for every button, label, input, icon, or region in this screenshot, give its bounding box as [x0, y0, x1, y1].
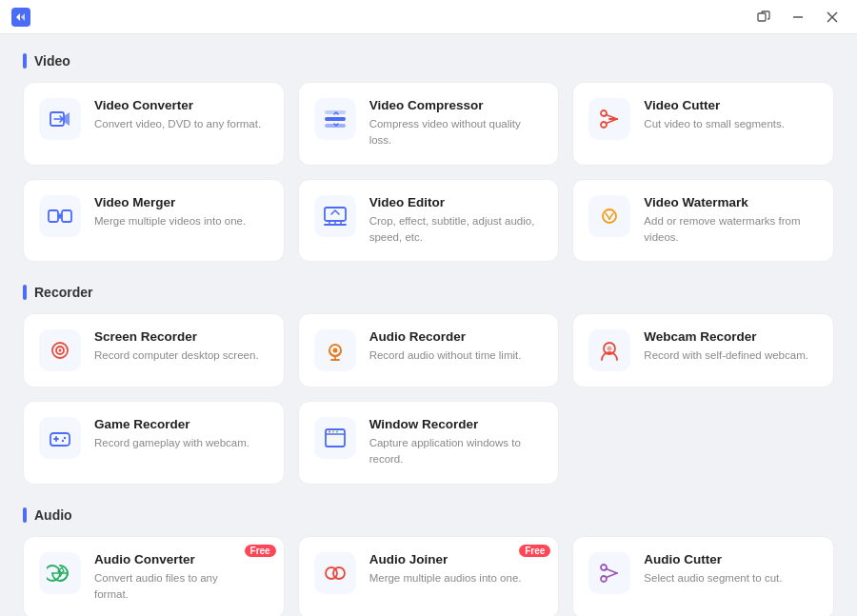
card-info-audio-joiner: Audio JoinerMerge multiple audios into o…: [369, 552, 530, 586]
svg-line-37: [607, 568, 618, 573]
video-editor-icon: [314, 195, 356, 237]
card-desc-audio-joiner: Merge multiple audios into one.: [369, 570, 530, 586]
cards-grid-video: Video ConverterConvert video, DVD to any…: [23, 82, 834, 262]
title-bar-left: [11, 8, 38, 27]
card-title-audio-recorder: Audio Recorder: [369, 329, 544, 344]
card-desc-webcam-recorder: Record with self-defined webcam.: [644, 348, 818, 364]
svg-point-18: [608, 218, 610, 220]
svg-rect-15: [62, 210, 71, 222]
card-info-screen-recorder: Screen RecorderRecord computer desktop s…: [94, 329, 269, 364]
free-badge-audio-joiner: Free: [519, 545, 550, 557]
card-video-merger[interactable]: Video MergerMerge multiple videos into o…: [23, 179, 285, 263]
audio-converter-icon: [39, 552, 81, 594]
free-badge-audio-converter: Free: [245, 545, 276, 557]
card-info-video-watermark: Video WatermarkAdd or remove watermarks …: [644, 195, 818, 247]
card-info-video-converter: Video ConverterConvert video, DVD to any…: [94, 98, 269, 132]
title-bar: [0, 0, 857, 34]
main-content: Video Video ConverterConvert video, DVD …: [0, 34, 857, 616]
app-logo-icon: [11, 8, 30, 27]
svg-rect-7: [325, 117, 346, 121]
cards-grid-audio: Audio ConverterConvert audio files to an…: [23, 536, 834, 617]
video-merger-icon: [39, 195, 81, 237]
svg-rect-26: [50, 433, 70, 446]
window-recorder-icon: [314, 417, 356, 459]
svg-point-30: [329, 431, 330, 433]
svg-point-23: [332, 348, 337, 353]
card-video-editor[interactable]: Video EditorCrop, effect, subtitle, adju…: [298, 179, 560, 263]
card-window-recorder[interactable]: Window RecorderCapture application windo…: [298, 401, 560, 485]
svg-line-38: [607, 573, 618, 578]
card-title-webcam-recorder: Webcam Recorder: [644, 329, 818, 344]
svg-point-28: [62, 440, 64, 442]
close-button[interactable]: [819, 4, 846, 30]
card-title-audio-cutter: Audio Cutter: [644, 552, 818, 566]
card-video-watermark[interactable]: Video WatermarkAdd or remove watermarks …: [572, 179, 834, 263]
card-desc-video-compressor: Compress video without quality loss.: [369, 116, 544, 149]
card-title-video-watermark: Video Watermark: [644, 195, 818, 209]
svg-point-27: [64, 437, 66, 439]
svg-rect-29: [326, 429, 345, 447]
screen-recorder-icon: [39, 329, 81, 371]
svg-rect-1: [758, 13, 766, 21]
card-title-video-converter: Video Converter: [94, 98, 269, 112]
svg-point-32: [336, 431, 338, 433]
card-audio-cutter[interactable]: Audio CutterSelect audio segment to cut.: [572, 536, 834, 617]
game-recorder-icon: [39, 417, 81, 459]
card-info-video-cutter: Video CutterCut video to small segments.: [644, 98, 818, 132]
card-video-cutter[interactable]: Video CutterCut video to small segments.: [572, 82, 834, 166]
minimize-button[interactable]: [785, 4, 811, 30]
card-info-audio-converter: Audio ConverterConvert audio files to an…: [94, 552, 255, 604]
card-video-compressor[interactable]: Video CompressorCompress video without q…: [298, 82, 560, 166]
card-audio-recorder[interactable]: Audio RecorderRecord audio without time …: [298, 313, 560, 387]
section-title-recorder: Recorder: [23, 285, 834, 300]
card-title-audio-joiner: Audio Joiner: [369, 552, 530, 566]
audio-cutter-icon: [588, 552, 630, 594]
card-audio-joiner[interactable]: Audio JoinerMerge multiple audios into o…: [298, 536, 560, 617]
card-desc-video-merger: Merge multiple videos into one.: [94, 213, 269, 229]
card-title-video-compressor: Video Compressor: [369, 98, 544, 112]
svg-point-17: [603, 209, 616, 223]
card-info-window-recorder: Window RecorderCapture application windo…: [369, 417, 544, 468]
section-title-audio: Audio: [23, 507, 834, 523]
card-audio-converter[interactable]: Audio ConverterConvert audio files to an…: [23, 536, 285, 617]
svg-rect-14: [49, 210, 58, 222]
card-desc-video-converter: Convert video, DVD to any format.: [94, 116, 269, 132]
card-info-video-merger: Video MergerMerge multiple videos into o…: [94, 195, 269, 229]
svg-point-21: [59, 349, 62, 352]
webcam-recorder-icon: [588, 329, 630, 371]
card-title-video-cutter: Video Cutter: [644, 98, 818, 112]
card-info-game-recorder: Game RecorderRecord gameplay with webcam…: [94, 417, 269, 451]
card-info-audio-recorder: Audio RecorderRecord audio without time …: [369, 329, 544, 364]
title-bar-controls: [750, 4, 846, 30]
audio-joiner-icon: [314, 552, 356, 594]
card-desc-audio-cutter: Select audio segment to cut.: [644, 570, 818, 586]
card-title-video-editor: Video Editor: [369, 195, 544, 209]
card-webcam-recorder[interactable]: Webcam RecorderRecord with self-defined …: [572, 313, 834, 387]
card-desc-video-editor: Crop, effect, subtitle, adjust audio, sp…: [369, 213, 544, 247]
card-title-audio-converter: Audio Converter: [94, 552, 255, 566]
card-title-screen-recorder: Screen Recorder: [94, 329, 269, 344]
card-video-converter[interactable]: Video ConverterConvert video, DVD to any…: [23, 82, 285, 166]
restore-button[interactable]: [750, 4, 777, 30]
card-desc-video-watermark: Add or remove watermarks from videos.: [644, 213, 818, 247]
card-desc-audio-converter: Convert audio files to any format.: [94, 570, 255, 604]
card-info-webcam-recorder: Webcam RecorderRecord with self-defined …: [644, 329, 818, 364]
card-desc-audio-recorder: Record audio without time limit.: [369, 348, 544, 364]
card-desc-screen-recorder: Record computer desktop screen.: [94, 348, 269, 364]
card-title-game-recorder: Game Recorder: [94, 417, 269, 431]
svg-point-31: [332, 431, 334, 433]
card-game-recorder[interactable]: Game RecorderRecord gameplay with webcam…: [23, 401, 285, 485]
video-converter-icon: [39, 98, 81, 140]
card-desc-game-recorder: Record gameplay with webcam.: [94, 435, 269, 451]
video-cutter-icon: [588, 98, 630, 140]
video-watermark-icon: [588, 195, 630, 237]
card-info-video-compressor: Video CompressorCompress video without q…: [369, 98, 544, 149]
svg-point-25: [608, 347, 612, 351]
card-desc-video-cutter: Cut video to small segments.: [644, 116, 818, 132]
cards-grid-recorder: Screen RecorderRecord computer desktop s…: [23, 313, 834, 485]
card-desc-window-recorder: Capture application windows to record.: [369, 435, 544, 468]
section-title-video: Video: [23, 53, 834, 69]
card-title-window-recorder: Window Recorder: [369, 417, 544, 431]
card-screen-recorder[interactable]: Screen RecorderRecord computer desktop s…: [23, 313, 285, 387]
audio-recorder-icon: [314, 329, 356, 371]
